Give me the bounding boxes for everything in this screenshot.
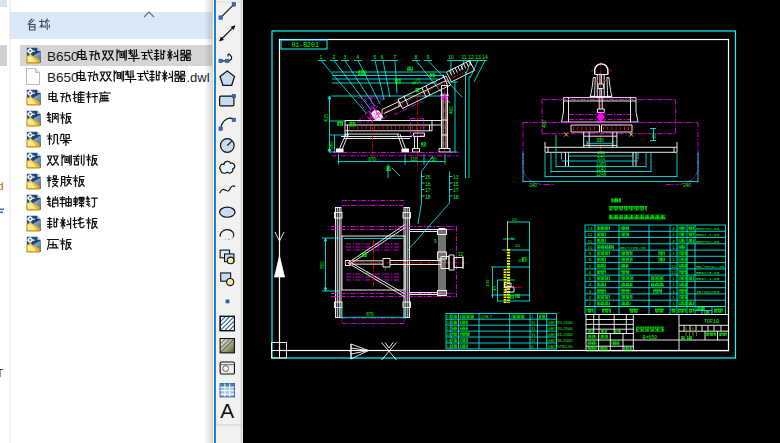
svg-text:240: 240 <box>529 183 537 188</box>
svg-text:14: 14 <box>482 54 488 60</box>
svg-text:JB/ZQ4763: JB/ZQ4763 <box>696 289 720 294</box>
svg-text:Q2B-7: Q2B-7 <box>480 314 493 319</box>
svg-text:1248: 1248 <box>596 172 607 177</box>
svg-text:7: 7 <box>394 54 397 60</box>
svg-text:100: 100 <box>485 279 490 287</box>
svg-text:18: 18 <box>453 194 459 200</box>
svg-text:12: 12 <box>468 54 474 60</box>
svg-text:12: 12 <box>671 264 676 269</box>
svg-text:5: 5 <box>511 236 514 241</box>
svg-text:19: 19 <box>447 314 452 319</box>
svg-text:13: 13 <box>588 226 593 231</box>
svg-text:4: 4 <box>357 54 360 60</box>
svg-text:17: 17 <box>425 187 431 193</box>
svg-text:11: 11 <box>531 332 536 337</box>
svg-text:GB5782-86: GB5782-86 <box>696 239 720 244</box>
svg-text:8: 8 <box>589 257 592 262</box>
svg-text:11: 11 <box>531 320 536 325</box>
svg-text:2: 2 <box>333 54 336 60</box>
svg-text:6: 6 <box>589 270 592 275</box>
svg-text:1: 1 <box>672 245 675 250</box>
svg-text:d: d <box>0 180 4 192</box>
svg-text:4: 4 <box>672 226 675 231</box>
svg-text:1: 1 <box>672 257 675 262</box>
svg-text:B=650: B=650 <box>643 335 658 340</box>
svg-text:1: 1 <box>672 289 675 294</box>
svg-text:T: T <box>0 367 4 379</box>
svg-text:T0F10: T0F10 <box>704 319 719 325</box>
svg-text:01-B201: 01-B201 <box>292 42 319 49</box>
svg-text:12: 12 <box>458 252 464 257</box>
svg-text:12: 12 <box>588 232 593 237</box>
svg-text:110: 110 <box>410 157 418 162</box>
svg-text:7: 7 <box>589 264 592 269</box>
svg-text:GB/T5782-00: GB/T5782-00 <box>548 344 574 349</box>
svg-text:9: 9 <box>434 239 437 244</box>
svg-text:GB/T70-2000: GB/T70-2000 <box>548 320 574 325</box>
svg-text:240: 240 <box>683 183 691 188</box>
svg-text:A: A <box>221 399 235 422</box>
svg-text:10: 10 <box>448 54 454 60</box>
svg-text:570: 570 <box>597 156 605 161</box>
svg-text:400: 400 <box>449 106 454 114</box>
svg-text:8: 8 <box>415 54 418 60</box>
svg-text:GB97.1-85: GB97.1-85 <box>696 232 720 237</box>
svg-text:B650: B650 <box>47 49 79 64</box>
svg-text:3: 3 <box>589 289 592 294</box>
svg-text:1: 1 <box>672 276 675 281</box>
svg-text:5: 5 <box>374 54 377 60</box>
svg-text:11: 11 <box>461 54 466 60</box>
svg-text:11: 11 <box>588 239 593 244</box>
svg-text:12: 12 <box>671 270 676 275</box>
svg-text:4: 4 <box>672 232 675 237</box>
svg-text:9: 9 <box>427 54 430 60</box>
svg-text:260: 260 <box>329 141 334 149</box>
svg-text:15: 15 <box>447 338 452 343</box>
svg-text:11: 11 <box>531 338 536 343</box>
svg-text:20: 20 <box>512 217 517 222</box>
svg-text:870: 870 <box>368 157 376 162</box>
svg-text:B650: B650 <box>47 70 79 85</box>
svg-text:300: 300 <box>596 138 604 143</box>
svg-text:3: 3 <box>344 54 347 60</box>
svg-text:6: 6 <box>381 54 384 60</box>
svg-text:GB/T95-2002: GB/T95-2002 <box>548 338 574 343</box>
svg-text:4: 4 <box>531 344 534 349</box>
svg-text:4: 4 <box>672 239 675 244</box>
svg-text:18: 18 <box>425 194 431 200</box>
svg-text:9: 9 <box>589 251 592 256</box>
svg-text:GB/T706-88: GB/T706-88 <box>620 245 646 250</box>
svg-text:2: 2 <box>589 295 592 300</box>
svg-text:40: 40 <box>492 286 497 291</box>
svg-text:15: 15 <box>425 174 431 180</box>
svg-text:400: 400 <box>542 120 547 128</box>
svg-text:415: 415 <box>324 114 329 122</box>
svg-text:18: 18 <box>447 320 452 325</box>
svg-text:GB6170-86: GB6170-86 <box>696 270 720 275</box>
svg-text:1: 1 <box>672 295 675 300</box>
svg-text:GB97.1-85: GB97.1-85 <box>696 276 720 281</box>
svg-text:6: 6 <box>366 271 369 276</box>
svg-text:7: 7 <box>384 267 387 272</box>
svg-text:4: 4 <box>589 282 592 287</box>
svg-text:GB/T5782-86: GB/T5782-86 <box>696 264 725 269</box>
svg-text:17: 17 <box>453 187 459 193</box>
svg-text:GB/T41-2000: GB/T41-2000 <box>548 332 574 337</box>
svg-text:1: 1 <box>672 251 675 256</box>
svg-text:1: 1 <box>320 54 323 60</box>
svg-text:16: 16 <box>453 181 459 187</box>
svg-text:1: 1 <box>589 301 592 306</box>
svg-text:10: 10 <box>588 245 593 250</box>
svg-text:60: 60 <box>652 133 657 139</box>
svg-text:1: 1 <box>531 314 534 319</box>
svg-text:5: 5 <box>589 276 592 281</box>
svg-text:13: 13 <box>475 54 481 60</box>
svg-text:14: 14 <box>447 344 452 349</box>
svg-text:M72: M72 <box>411 77 422 86</box>
svg-text:11: 11 <box>531 326 536 331</box>
svg-text:GB/T70-2000: GB/T70-2000 <box>548 326 574 331</box>
svg-text:800: 800 <box>320 261 325 269</box>
svg-text:10: 10 <box>515 243 520 248</box>
svg-text:16: 16 <box>447 332 452 337</box>
svg-text:GB5782-86: GB5782-86 <box>696 226 720 231</box>
